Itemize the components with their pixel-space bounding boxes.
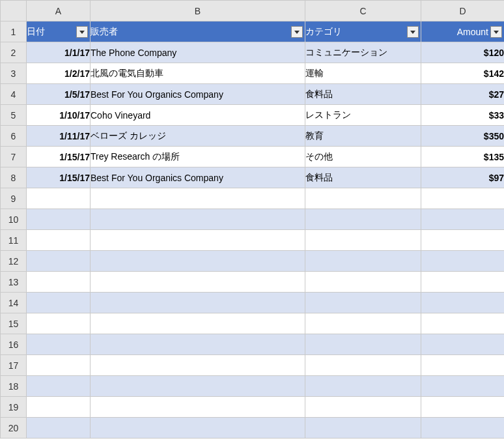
filter-button-A[interactable] <box>76 26 88 38</box>
cell-C2[interactable]: コミュニケーション <box>305 42 421 63</box>
filter-button-B[interactable] <box>291 26 303 38</box>
cell-B14[interactable] <box>91 293 305 313</box>
cell-A15[interactable] <box>27 313 91 334</box>
cell-C12[interactable] <box>305 251 421 272</box>
cell-A14[interactable] <box>27 293 91 313</box>
table-header-A[interactable]: 日付 <box>27 22 91 42</box>
cell-A8[interactable]: 1/15/17 <box>27 167 91 188</box>
cell-D9[interactable] <box>421 188 505 209</box>
cell-C15[interactable] <box>305 313 421 334</box>
cell-A20[interactable] <box>27 418 91 439</box>
filter-button-C[interactable] <box>407 26 419 38</box>
cell-B15[interactable] <box>91 313 305 334</box>
cell-C19[interactable] <box>305 397 421 418</box>
cell-B17[interactable] <box>91 355 305 376</box>
cell-C4[interactable]: 食料品 <box>305 84 421 105</box>
cell-D11[interactable] <box>421 230 505 251</box>
row-header-20[interactable]: 20 <box>1 418 27 439</box>
cell-A6[interactable]: 1/11/17 <box>27 126 91 147</box>
cell-B13[interactable] <box>91 272 305 293</box>
cell-C7[interactable]: その他 <box>305 147 421 167</box>
cell-A12[interactable] <box>27 251 91 272</box>
cell-A3[interactable]: 1/2/17 <box>27 63 91 84</box>
cell-B7[interactable]: Trey Research の場所 <box>91 147 305 167</box>
cell-B8[interactable]: Best For You Organics Company <box>91 167 305 188</box>
cell-D20[interactable] <box>421 418 505 439</box>
cell-B9[interactable] <box>91 188 305 209</box>
row-header-13[interactable]: 13 <box>1 272 27 293</box>
cell-D2[interactable]: $120 <box>421 42 505 63</box>
row-header-15[interactable]: 15 <box>1 313 27 334</box>
col-header-C[interactable]: C <box>305 1 421 22</box>
col-header-B[interactable]: B <box>91 1 305 22</box>
cell-A7[interactable]: 1/15/17 <box>27 147 91 167</box>
cell-D18[interactable] <box>421 376 505 397</box>
cell-C10[interactable] <box>305 209 421 230</box>
cell-C3[interactable]: 運輸 <box>305 63 421 84</box>
cell-B6[interactable]: ベローズ カレッジ <box>91 126 305 147</box>
cell-D19[interactable] <box>421 397 505 418</box>
cell-D10[interactable] <box>421 209 505 230</box>
cell-A11[interactable] <box>27 230 91 251</box>
filter-button-D[interactable] <box>490 26 502 38</box>
table-header-C[interactable]: カテゴリ <box>305 22 421 42</box>
cell-C17[interactable] <box>305 355 421 376</box>
cell-C6[interactable]: 教育 <box>305 126 421 147</box>
cell-D5[interactable]: $33 <box>421 105 505 126</box>
cell-A18[interactable] <box>27 376 91 397</box>
cell-D12[interactable] <box>421 251 505 272</box>
cell-C9[interactable] <box>305 188 421 209</box>
cell-A4[interactable]: 1/5/17 <box>27 84 91 105</box>
row-header-6[interactable]: 6 <box>1 126 27 147</box>
cell-C14[interactable] <box>305 293 421 313</box>
cell-B18[interactable] <box>91 376 305 397</box>
cell-B12[interactable] <box>91 251 305 272</box>
cell-A16[interactable] <box>27 334 91 355</box>
cell-D16[interactable] <box>421 334 505 355</box>
col-header-D[interactable]: D <box>421 1 505 22</box>
cell-B11[interactable] <box>91 230 305 251</box>
cell-A5[interactable]: 1/10/17 <box>27 105 91 126</box>
cell-C5[interactable]: レストラン <box>305 105 421 126</box>
row-header-5[interactable]: 5 <box>1 105 27 126</box>
row-header-4[interactable]: 4 <box>1 84 27 105</box>
cell-D4[interactable]: $27 <box>421 84 505 105</box>
row-header-19[interactable]: 19 <box>1 397 27 418</box>
row-header-17[interactable]: 17 <box>1 355 27 376</box>
cell-A2[interactable]: 1/1/17 <box>27 42 91 63</box>
row-header-11[interactable]: 11 <box>1 230 27 251</box>
row-header-14[interactable]: 14 <box>1 293 27 313</box>
row-header-12[interactable]: 12 <box>1 251 27 272</box>
cell-A9[interactable] <box>27 188 91 209</box>
row-header-9[interactable]: 9 <box>1 188 27 209</box>
table-header-D[interactable]: Amount <box>421 22 505 42</box>
cell-D14[interactable] <box>421 293 505 313</box>
row-header-7[interactable]: 7 <box>1 147 27 167</box>
cell-D6[interactable]: $350 <box>421 126 505 147</box>
cell-D3[interactable]: $142 <box>421 63 505 84</box>
cell-D7[interactable]: $135 <box>421 147 505 167</box>
cell-D15[interactable] <box>421 313 505 334</box>
cell-B5[interactable]: Coho Vineyard <box>91 105 305 126</box>
cell-D13[interactable] <box>421 272 505 293</box>
cell-A19[interactable] <box>27 397 91 418</box>
cell-B20[interactable] <box>91 418 305 439</box>
row-header-16[interactable]: 16 <box>1 334 27 355</box>
row-header-1[interactable]: 1 <box>1 22 27 42</box>
cell-A17[interactable] <box>27 355 91 376</box>
cell-A10[interactable] <box>27 209 91 230</box>
row-header-3[interactable]: 3 <box>1 63 27 84</box>
cell-C8[interactable]: 食料品 <box>305 167 421 188</box>
cell-B10[interactable] <box>91 209 305 230</box>
cell-C16[interactable] <box>305 334 421 355</box>
cell-C13[interactable] <box>305 272 421 293</box>
cell-C20[interactable] <box>305 418 421 439</box>
row-header-8[interactable]: 8 <box>1 167 27 188</box>
row-header-10[interactable]: 10 <box>1 209 27 230</box>
cell-A13[interactable] <box>27 272 91 293</box>
row-header-2[interactable]: 2 <box>1 42 27 63</box>
cell-B3[interactable]: 北風の電気自動車 <box>91 63 305 84</box>
cell-B4[interactable]: Best For You Organics Company <box>91 84 305 105</box>
cell-B2[interactable]: The Phone Company <box>91 42 305 63</box>
cell-C18[interactable] <box>305 376 421 397</box>
